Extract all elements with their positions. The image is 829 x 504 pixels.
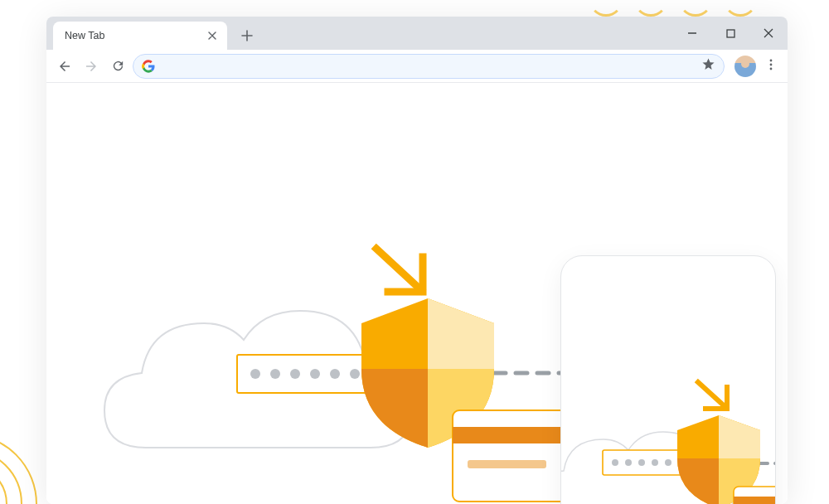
maximize-button[interactable] <box>711 17 749 50</box>
address-input[interactable] <box>162 55 695 78</box>
svg-point-10 <box>290 369 300 379</box>
close-icon <box>208 32 216 40</box>
back-button[interactable] <box>53 55 76 78</box>
phone-mock <box>560 255 776 504</box>
tab-close-button[interactable] <box>206 29 219 42</box>
forward-icon <box>84 59 99 74</box>
svg-point-7 <box>770 67 773 70</box>
svg-point-12 <box>330 369 340 379</box>
new-tab-button[interactable] <box>235 24 259 47</box>
down-arrow-icon <box>376 249 423 292</box>
svg-point-1 <box>0 464 7 504</box>
svg-point-13 <box>350 369 360 379</box>
svg-point-24 <box>665 459 671 466</box>
add-icon <box>241 30 253 41</box>
svg-point-5 <box>770 59 773 61</box>
svg-point-23 <box>652 459 658 466</box>
svg-line-14 <box>376 249 421 290</box>
minimize-button[interactable] <box>673 17 711 50</box>
minimize-icon <box>687 28 697 38</box>
chrome-menu-button[interactable] <box>761 58 781 75</box>
svg-point-9 <box>270 369 280 379</box>
star-icon <box>701 57 715 71</box>
browser-window: New Tab <box>46 17 788 504</box>
svg-rect-27 <box>734 497 776 504</box>
page-content <box>46 83 788 504</box>
back-icon <box>57 59 72 74</box>
forward-button[interactable] <box>80 55 103 78</box>
reload-icon <box>111 59 125 73</box>
google-g-icon <box>142 60 155 73</box>
security-illustration-mini <box>560 306 776 504</box>
tab-new-tab[interactable]: New Tab <box>53 22 227 50</box>
svg-point-20 <box>612 459 618 466</box>
window-controls <box>673 17 788 50</box>
reload-button[interactable] <box>106 55 129 78</box>
tab-title: New Tab <box>65 30 206 41</box>
security-illustration <box>80 133 610 504</box>
tab-strip: New Tab <box>46 17 788 50</box>
profile-avatar[interactable] <box>734 56 756 77</box>
svg-rect-17 <box>468 460 546 468</box>
svg-point-6 <box>770 63 773 65</box>
svg-point-8 <box>250 369 260 379</box>
bookmark-button[interactable] <box>701 57 720 75</box>
svg-rect-4 <box>727 30 734 37</box>
maximize-icon <box>726 29 735 38</box>
menu-icon <box>764 58 778 71</box>
svg-point-22 <box>638 459 645 466</box>
omnibox[interactable] <box>133 54 725 79</box>
svg-line-25 <box>698 382 725 407</box>
toolbar <box>46 50 788 83</box>
svg-point-11 <box>310 369 320 379</box>
window-close-icon <box>764 28 773 38</box>
window-close-button[interactable] <box>749 17 788 50</box>
svg-point-21 <box>625 459 632 466</box>
